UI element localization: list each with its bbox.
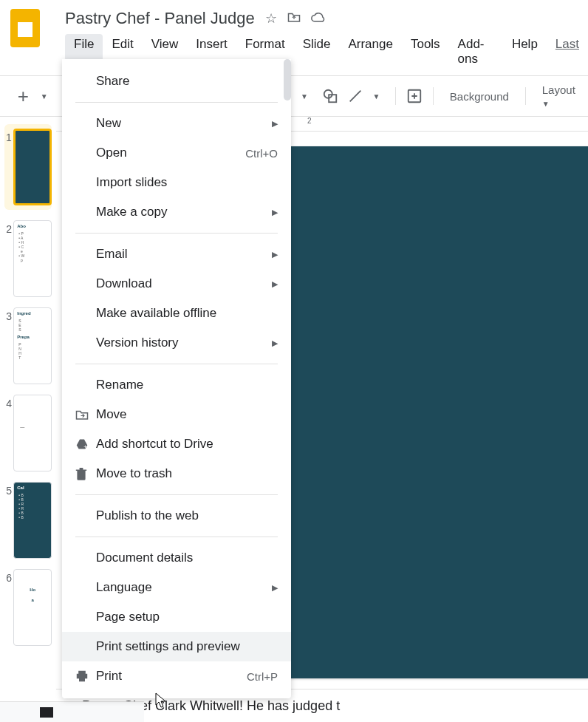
- thumb-number: 1: [4, 129, 13, 205]
- menu-print[interactable]: Print Ctrl+P: [62, 661, 291, 691]
- menu-addons[interactable]: Add-ons: [449, 34, 503, 69]
- menu-make-copy[interactable]: Make a copy ▶: [62, 197, 291, 227]
- new-slide-button[interactable]: +: [13, 85, 33, 107]
- file-menu-dropdown: Share New ▶ Open Ctrl+O Import slides Ma…: [62, 59, 291, 698]
- star-icon[interactable]: ☆: [265, 10, 277, 27]
- slide-thumbnail-panel: 1 2 Abo • P• A• H• C e• W p 3 Ingred SES…: [0, 117, 56, 722]
- print-icon: [75, 670, 96, 682]
- document-title[interactable]: Pastry Chef - Panel Judge: [65, 9, 255, 28]
- menu-publish[interactable]: Publish to the web: [62, 501, 291, 531]
- separator: [75, 233, 278, 234]
- menu-document-details[interactable]: Document details: [62, 543, 291, 573]
- menu-print-settings-preview[interactable]: Print settings and preview: [62, 632, 291, 661]
- menu-page-setup[interactable]: Page setup: [62, 602, 291, 632]
- thumb-number: 6: [4, 569, 13, 646]
- move-icon: [75, 409, 96, 420]
- menu-language[interactable]: Language ▶: [62, 573, 291, 602]
- slides-logo[interactable]: [10, 9, 40, 47]
- separator: [433, 87, 434, 105]
- submenu-arrow-icon: ▶: [272, 583, 278, 593]
- separator: [75, 364, 278, 364]
- comment-icon[interactable]: [405, 85, 424, 107]
- separator: [395, 87, 396, 105]
- slide-thumbnail-2[interactable]: Abo • P• A• H• C e• W p: [13, 220, 52, 297]
- background-button[interactable]: Background: [442, 90, 516, 103]
- menu-import-slides[interactable]: Import slides: [62, 168, 291, 197]
- separator: [75, 537, 278, 537]
- menu-move[interactable]: Move: [62, 400, 291, 429]
- trash-icon: [75, 467, 96, 480]
- shape-icon[interactable]: [320, 85, 339, 107]
- thumb-number: 4: [4, 395, 13, 471]
- submenu-arrow-icon: ▶: [272, 279, 278, 289]
- separator: [525, 87, 526, 105]
- slide-thumbnail-1[interactable]: [13, 129, 52, 205]
- separator: [75, 102, 278, 103]
- cloud-status-icon[interactable]: [311, 11, 326, 27]
- menu-new[interactable]: New ▶: [62, 109, 291, 138]
- move-folder-icon[interactable]: [287, 11, 301, 27]
- line-dropdown-icon[interactable]: ▼: [366, 85, 386, 107]
- footer-bar: [0, 701, 144, 722]
- submenu-arrow-icon: ▶: [272, 338, 278, 348]
- menu-add-shortcut[interactable]: + Add shortcut to Drive: [62, 429, 291, 459]
- new-slide-dropdown-icon[interactable]: ▼: [34, 85, 53, 107]
- grid-view-icon[interactable]: [40, 707, 53, 718]
- slide-thumbnail-6[interactable]: Ho a: [13, 569, 52, 646]
- menu-last-edit[interactable]: Last: [547, 34, 588, 69]
- image-dropdown-icon[interactable]: ▼: [295, 85, 314, 107]
- slide-thumbnail-3[interactable]: Ingred SES Prepa PNHT: [13, 307, 52, 384]
- menu-email[interactable]: Email ▶: [62, 239, 291, 269]
- separator: [75, 494, 278, 495]
- menu-share[interactable]: Share: [62, 67, 291, 96]
- svg-rect-2: [329, 95, 336, 102]
- menu-download[interactable]: Download ▶: [62, 269, 291, 299]
- thumb-number: 2: [4, 220, 13, 297]
- submenu-arrow-icon: ▶: [272, 208, 278, 217]
- menu-tools[interactable]: Tools: [402, 34, 449, 69]
- layout-button[interactable]: Layout ▼: [535, 84, 588, 109]
- thumb-number: 3: [4, 307, 13, 384]
- menu-rename[interactable]: Rename: [62, 370, 291, 400]
- menu-slide[interactable]: Slide: [294, 34, 340, 69]
- menu-open[interactable]: Open Ctrl+O: [62, 138, 291, 168]
- line-icon[interactable]: [346, 85, 365, 107]
- slide-thumbnail-5[interactable]: Cal • B• B• R• R• B• B: [13, 482, 52, 559]
- submenu-arrow-icon: ▶: [272, 250, 278, 259]
- menu-trash[interactable]: Move to trash: [62, 459, 291, 488]
- menu-version-history[interactable]: Version history ▶: [62, 328, 291, 358]
- slide-thumbnail-4[interactable]: —: [13, 395, 52, 471]
- thumb-number: 5: [4, 482, 13, 559]
- svg-text:+: +: [83, 443, 87, 450]
- menu-offline[interactable]: Make available offline: [62, 299, 291, 328]
- menu-arrange[interactable]: Arrange: [339, 34, 401, 69]
- drive-shortcut-icon: +: [75, 438, 96, 450]
- submenu-arrow-icon: ▶: [272, 119, 278, 129]
- menu-help[interactable]: Help: [503, 34, 547, 69]
